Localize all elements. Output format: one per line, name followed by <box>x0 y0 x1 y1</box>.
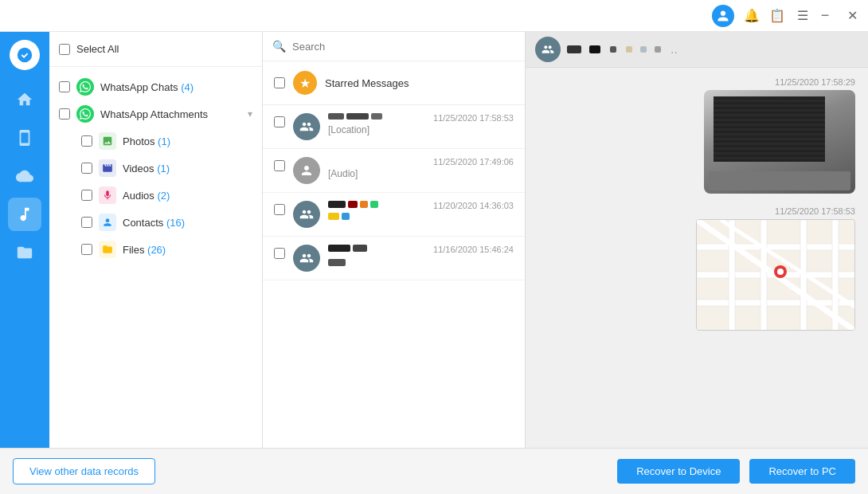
tree-item-contacts[interactable]: Contacts (16) <box>65 209 262 236</box>
bottom-bar: View other data records Recover to Devic… <box>0 448 868 494</box>
msg4-avatar <box>293 245 320 272</box>
msg2-top: 11/25/2020 17:49:06 <box>328 157 514 167</box>
msg2-content: 11/25/2020 17:49:06 [Audio] <box>328 157 514 179</box>
sidebar-item-device[interactable] <box>8 121 41 155</box>
videos-checkbox[interactable] <box>81 163 92 174</box>
tb-block1 <box>567 45 581 53</box>
tb-block4 <box>626 46 632 53</box>
titlebar: 🔔 📋 ☰ − ✕ <box>0 0 868 32</box>
msg2-checkbox[interactable] <box>274 160 285 171</box>
contacts-icon <box>99 214 116 231</box>
notification-icon[interactable]: 🔔 <box>744 8 760 23</box>
whatsapp-attachments-checkbox[interactable] <box>59 108 70 120</box>
map-svg <box>697 220 855 331</box>
whatsapp-chats-checkbox[interactable] <box>59 81 70 92</box>
msg2-time: 11/25/2020 17:49:06 <box>433 157 514 167</box>
close-button[interactable]: ✕ <box>844 8 860 23</box>
detail-timestamp2: 11/25/2020 17:58:53 <box>696 206 855 216</box>
audios-icon <box>99 186 116 204</box>
tree-item-photos[interactable]: Photos (1) <box>65 127 262 155</box>
msg3-content: 11/20/2020 14:36:03 <box>328 201 514 220</box>
message-item-4[interactable]: 11/16/2020 15:46:24 <box>263 237 525 280</box>
msg3-color-row2 <box>328 213 514 220</box>
starred-checkbox[interactable] <box>274 77 285 88</box>
window-controls: − ✕ <box>817 7 860 24</box>
tb-block3 <box>610 46 616 53</box>
contacts-checkbox[interactable] <box>81 217 92 228</box>
recover-to-device-button[interactable]: Recover to Device <box>617 459 740 484</box>
tree-item-whatsapp-attachments[interactable]: WhatsApp Attachments ▾ <box>49 100 262 127</box>
chat-bubble-image: 11/25/2020 17:58:29 <box>704 77 855 194</box>
files-icon <box>99 241 116 258</box>
tree-item-whatsapp-chats[interactable]: WhatsApp Chats (4) <box>49 73 262 100</box>
tree-item-audios[interactable]: Audios (2) <box>65 182 262 209</box>
menu-icon[interactable]: ☰ <box>795 8 811 23</box>
cblock5 <box>328 213 339 220</box>
sidebar-item-files[interactable] <box>8 236 41 269</box>
msg3-avatar <box>293 201 320 228</box>
message-item-3[interactable]: 11/20/2020 14:36:03 <box>263 193 525 237</box>
whatsapp-chats-icon <box>76 78 94 96</box>
detail-content: 11/25/2020 17:58:29 11/25/2020 17:58:53 <box>526 68 868 448</box>
msg1-checkbox[interactable] <box>274 116 285 127</box>
dblock2 <box>353 245 367 252</box>
whatsapp-chats-label: WhatsApp Chats (4) <box>100 81 194 93</box>
message-item-1[interactable]: 11/25/2020 17:58:53 [Location] <box>263 105 525 149</box>
laptop-screen <box>714 96 825 162</box>
whatsapp-attachments-icon <box>76 105 94 123</box>
select-all-row[interactable]: Select All <box>49 32 262 67</box>
cblock1 <box>328 201 346 208</box>
sidebar-item-music[interactable] <box>8 198 41 231</box>
msg2-preview: [Audio] <box>328 168 514 179</box>
sidebar-item-cloud[interactable] <box>8 159 41 193</box>
msg1-time: 11/25/2020 17:58:53 <box>433 113 514 123</box>
file-tree-panel: Select All WhatsApp Chats (4) <box>49 32 263 448</box>
msg1-content: 11/25/2020 17:58:53 [Location] <box>328 113 514 135</box>
tree-item-videos[interactable]: Videos (1) <box>65 155 262 182</box>
msg1-top: 11/25/2020 17:58:53 <box>328 113 514 123</box>
expand-icon: ▾ <box>248 108 252 120</box>
minimize-button[interactable]: − <box>817 7 833 24</box>
audios-checkbox[interactable] <box>81 190 92 201</box>
photos-checkbox[interactable] <box>81 135 92 147</box>
videos-label: Videos (1) <box>123 163 170 174</box>
msg3-checkbox[interactable] <box>274 204 285 215</box>
starred-label: Starred Messages <box>325 77 409 89</box>
starred-messages-row[interactable]: ★ Starred Messages <box>263 61 525 105</box>
chat-bubble-map: 11/25/2020 17:58:53 <box>696 206 855 331</box>
search-input[interactable] <box>292 41 515 53</box>
select-all-checkbox[interactable] <box>59 44 70 55</box>
msg4-checkbox[interactable] <box>274 248 285 259</box>
user-avatar[interactable] <box>712 5 734 27</box>
whatsapp-attachments-label: WhatsApp Attachments <box>100 108 208 120</box>
photos-icon <box>99 132 116 150</box>
sidebar-item-home[interactable] <box>8 83 41 116</box>
files-checkbox[interactable] <box>81 244 92 255</box>
svg-point-0 <box>18 48 32 62</box>
dblock1 <box>328 245 350 252</box>
select-all-label: Select All <box>76 43 119 55</box>
attachments-subitems: Photos (1) Videos (1) Audios (2) <box>49 127 262 263</box>
tb-block5 <box>640 46 647 53</box>
photos-label: Photos (1) <box>123 135 170 147</box>
audios-label: Audios (2) <box>123 190 170 202</box>
cblock4 <box>370 201 378 208</box>
cblock3 <box>360 201 368 208</box>
tree-content: WhatsApp Chats (4) WhatsApp Attachments … <box>49 67 262 448</box>
svg-rect-2 <box>697 244 855 250</box>
svg-rect-4 <box>697 300 855 306</box>
detail-panel: .. 11/25/2020 17:58:29 11/2 <box>526 32 868 448</box>
view-other-records-button[interactable]: View other data records <box>13 458 155 484</box>
message-item-2[interactable]: 11/25/2020 17:49:06 [Audio] <box>263 149 525 193</box>
contacts-label: Contacts (16) <box>123 217 185 229</box>
tree-item-files[interactable]: Files (26) <box>65 236 262 263</box>
search-bar[interactable]: 🔍 <box>263 32 525 61</box>
keyboard-pattern <box>714 96 825 162</box>
name-block3 <box>371 113 382 120</box>
titlebar-icons: 🔔 📋 ☰ <box>712 5 811 27</box>
cblock2 <box>348 201 358 208</box>
detail-avatar <box>535 37 561 62</box>
notes-icon[interactable]: 📋 <box>769 8 785 23</box>
files-label: Files (26) <box>123 244 166 256</box>
recover-to-pc-button[interactable]: Recover to PC <box>749 459 855 484</box>
